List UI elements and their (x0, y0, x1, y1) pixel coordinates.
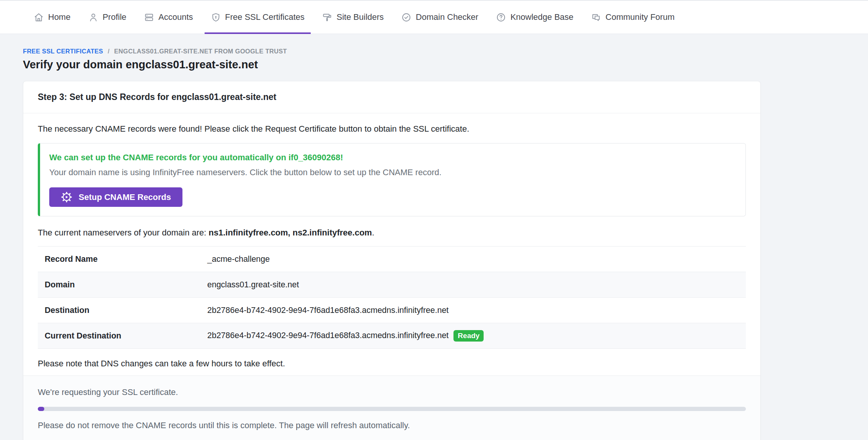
nameservers-value: ns1.infinityfree.com, ns2.infinityfree.c… (209, 228, 372, 237)
nav-item-label: Community Forum (605, 12, 674, 22)
nav-item-label: Knowledge Base (510, 12, 573, 22)
nameservers-prefix: The current nameservers of your domain a… (38, 228, 209, 237)
table-row: Current Destination2b2786e4-b742-4902-9e… (38, 323, 746, 349)
profile-icon (88, 12, 98, 23)
footer-warning-text: Please do not remove the CNAME records u… (38, 421, 746, 430)
record-label: Record Name (38, 255, 207, 264)
nav-item-label: Free SSL Certificates (225, 12, 305, 22)
nav-item-site-builders[interactable]: Site Builders (316, 1, 390, 34)
table-row: Domainengclass01.great-site.net (38, 272, 746, 298)
shield-icon (211, 12, 221, 23)
record-label: Destination (38, 306, 207, 315)
record-value: 2b2786e4-b742-4902-9e94-7f6ad1e68fa3.acm… (207, 330, 484, 342)
breadcrumb: FREE SSL CERTIFICATES / ENGCLASS01.GREAT… (23, 48, 845, 55)
record-value-text: 2b2786e4-b742-4902-9e94-7f6ad1e68fa3.acm… (207, 306, 449, 315)
table-row: Record Name_acme-challenge (38, 247, 746, 272)
dns-setup-card: Step 3: Set up DNS Records for engclass0… (23, 81, 761, 440)
record-value: _acme-challenge (207, 255, 270, 264)
intro-text: The necessary CNAME records were found! … (38, 124, 746, 134)
nav-item-accounts[interactable]: Accounts (138, 1, 199, 34)
card-header: Step 3: Set up DNS Records for engclass0… (23, 81, 760, 113)
record-label: Domain (38, 280, 207, 290)
breadcrumb-current: ENGCLASS01.GREAT-SITE.NET FROM GOOGLE TR… (114, 48, 287, 55)
accounts-icon (144, 12, 154, 23)
nav-item-label: Home (48, 12, 71, 22)
callout-description: Your domain name is using InfinityFree n… (49, 168, 734, 177)
progress-bar (38, 407, 746, 411)
record-value-text: engclass01.great-site.net (207, 280, 299, 290)
breadcrumb-link-free-ssl[interactable]: FREE SSL CERTIFICATES (23, 48, 103, 55)
setup-cname-records-button[interactable]: Setup CNAME Records (49, 187, 182, 207)
check-circle-icon (401, 12, 411, 23)
dns-records-table: Record Name_acme-challengeDomainengclass… (38, 246, 746, 349)
nameservers-suffix: . (372, 228, 374, 237)
top-navigation: HomeProfileAccountsFree SSL Certificates… (0, 0, 868, 34)
status-badge: Ready (453, 330, 484, 342)
nav-item-knowledge-base[interactable]: Knowledge Base (490, 1, 579, 34)
nav-item-free-ssl[interactable]: Free SSL Certificates (205, 1, 311, 34)
table-row: Destination2b2786e4-b742-4902-9e94-7f6ad… (38, 298, 746, 323)
record-value-text: _acme-challenge (207, 255, 270, 264)
gear-play-icon (61, 191, 73, 203)
callout-title: We can set up the CNAME records for you … (49, 153, 734, 163)
chat-bubbles-icon (591, 12, 601, 23)
card-footer: We're requesting your SSL certificate. P… (23, 376, 760, 440)
setup-button-label: Setup CNAME Records (79, 192, 171, 202)
nav-item-label: Site Builders (337, 12, 384, 22)
nav-item-label: Accounts (158, 12, 193, 22)
question-circle-icon (496, 12, 506, 23)
nav-item-community-forum[interactable]: Community Forum (585, 1, 681, 34)
home-icon (34, 12, 44, 23)
nav-item-label: Profile (103, 12, 126, 22)
dns-note-text: Please note that DNS changes can take a … (38, 359, 746, 369)
progress-bar-fill (38, 407, 44, 411)
page-title: Verify your domain engclass01.great-site… (23, 58, 845, 71)
breadcrumb-separator: / (108, 48, 110, 55)
nav-item-profile[interactable]: Profile (82, 1, 132, 34)
nav-item-domain-checker[interactable]: Domain Checker (395, 1, 484, 34)
record-value-text: 2b2786e4-b742-4902-9e94-7f6ad1e68fa3.acm… (207, 331, 449, 340)
record-value: engclass01.great-site.net (207, 280, 299, 290)
nav-item-label: Domain Checker (416, 12, 478, 22)
auto-setup-callout: We can set up the CNAME records for you … (38, 143, 746, 216)
request-status-text: We're requesting your SSL certificate. (38, 387, 746, 397)
paint-roller-icon (322, 12, 332, 23)
card-body: The necessary CNAME records were found! … (23, 113, 760, 376)
page-content: FREE SSL CERTIFICATES / ENGCLASS01.GREAT… (0, 48, 868, 440)
record-label: Current Destination (38, 331, 207, 341)
record-value: 2b2786e4-b742-4902-9e94-7f6ad1e68fa3.acm… (207, 306, 449, 315)
nav-item-home[interactable]: Home (27, 1, 77, 34)
nameservers-line: The current nameservers of your domain a… (38, 228, 746, 238)
